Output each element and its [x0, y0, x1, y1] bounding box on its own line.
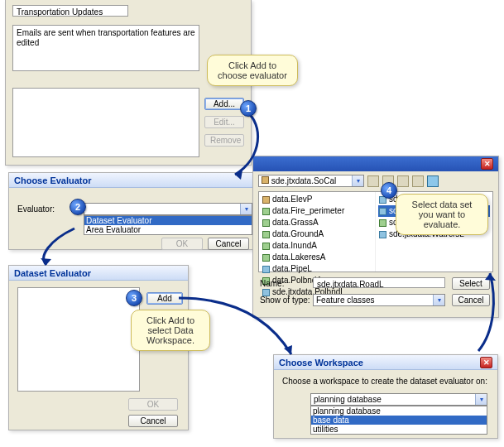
workspace-options-list[interactable]: planning database base data utilities — [310, 406, 487, 435]
svg-marker-1 — [41, 258, 51, 265]
workspace-option[interactable]: utilities — [311, 425, 487, 434]
choose-workspace-title: Choose Workspace ✕ — [274, 355, 497, 370]
evaluator-list[interactable] — [12, 88, 199, 157]
list-item[interactable]: data.LakeresA — [262, 252, 372, 263]
svg-marker-2 — [284, 345, 292, 354]
workspace-dropdown[interactable]: planning database ▾ — [310, 393, 487, 406]
ok-button: OK — [161, 238, 203, 250]
callout-step-3: Click Add to select Data Workspace. — [131, 310, 210, 351]
evaluator-label: Evaluator: — [17, 204, 55, 214]
dialog-title-text: Dataset Evaluator — [14, 268, 91, 278]
list-item[interactable]: data.InundA — [262, 240, 372, 252]
up-folder-icon[interactable] — [367, 175, 379, 187]
list-item[interactable]: data.ElevP — [262, 194, 372, 205]
step-badge-4: 4 — [381, 182, 397, 199]
edit-button: Edit... — [204, 116, 244, 128]
chevron-down-icon: ▾ — [433, 295, 444, 305]
list-item[interactable]: data.PipeL — [262, 263, 372, 275]
folder-icon — [262, 176, 269, 184]
select-button[interactable]: Select — [452, 277, 490, 290]
evaluator-options-list[interactable]: Dataset Evaluator Area Evaluator — [84, 215, 252, 235]
callout-step-1: Click Add to choose evaluator — [207, 55, 298, 86]
notification-title-field[interactable]: Transportation Updates — [12, 5, 128, 17]
tool-icon[interactable] — [427, 175, 439, 187]
workspace-option[interactable]: planning database — [311, 406, 487, 416]
name-field[interactable]: sde.jtxdata.RoadL — [313, 277, 445, 288]
step-badge-2: 2 — [70, 199, 86, 215]
workspace-prompt: Choose a workspace to create the dataset… — [282, 377, 487, 386]
list-item[interactable]: data.GrassA — [262, 217, 372, 228]
choose-evaluator-dialog: Choose Evaluator Evaluator: ▾ Dataset Ev… — [8, 172, 257, 250]
lookin-dropdown[interactable]: sde.jtxdata.SoCal ▾ — [258, 175, 364, 187]
cancel-button[interactable]: Cancel — [128, 415, 178, 427]
add-button[interactable]: Add... — [204, 98, 244, 110]
list-view-icon[interactable] — [397, 175, 409, 187]
browse-column-1[interactable]: data.ElevP data.Fire_perimeter data.Gras… — [259, 192, 376, 272]
showtype-value: Feature classes — [314, 295, 433, 305]
cancel-button[interactable]: Cancel — [208, 238, 249, 250]
chevron-down-icon: ▾ — [240, 204, 252, 214]
evaluator-option-dataset[interactable]: Dataset Evaluator — [84, 216, 252, 225]
callout-step-4: Select data set you want to evaluate. — [396, 194, 488, 235]
choose-workspace-dialog: Choose Workspace ✕ Choose a workspace to… — [273, 354, 498, 439]
list-item[interactable]: data.GroundA — [262, 228, 372, 240]
close-icon[interactable]: ✕ — [480, 357, 492, 368]
dataset-evaluator-title: Dataset Evaluator — [9, 266, 188, 281]
showtype-dropdown[interactable]: Feature classes ▾ — [313, 294, 445, 306]
notification-message-field[interactable]: Emails are sent when transportation feat… — [12, 25, 199, 71]
details-view-icon[interactable] — [412, 175, 424, 187]
workspace-selected: planning database — [311, 394, 475, 405]
browse-titlebar: ✕ — [253, 156, 498, 171]
evaluator-option-area[interactable]: Area Evaluator — [84, 225, 252, 234]
dataset-list[interactable] — [17, 287, 140, 392]
add-button[interactable]: Add — [146, 292, 183, 305]
browse-dialog: ✕ sde.jtxdata.SoCal ▾ data.ElevP data.Fi… — [252, 156, 499, 318]
cancel-button[interactable]: Cancel — [452, 294, 490, 306]
step-badge-1: 1 — [240, 100, 257, 117]
name-label: Name: — [260, 279, 284, 288]
dialog-title-text: Choose Workspace — [279, 358, 363, 368]
lookin-value: sde.jtxdata.SoCal — [271, 176, 336, 185]
dialog-title-text: Choose Evaluator — [14, 175, 92, 185]
choose-evaluator-title: Choose Evaluator — [9, 173, 256, 188]
evaluator-dropdown[interactable]: ▾ — [84, 203, 252, 215]
workspace-option[interactable]: base data — [311, 416, 487, 425]
list-item[interactable]: data.Fire_perimeter — [262, 205, 372, 217]
showtype-label: Show of type: — [260, 296, 310, 305]
step-badge-3: 3 — [126, 290, 142, 306]
close-icon[interactable]: ✕ — [481, 158, 493, 170]
chevron-down-icon: ▾ — [352, 175, 363, 186]
remove-button: Remove — [204, 134, 244, 147]
chevron-down-icon: ▾ — [475, 394, 487, 405]
ok-button: OK — [128, 398, 178, 411]
browse-toolbar — [367, 175, 439, 187]
